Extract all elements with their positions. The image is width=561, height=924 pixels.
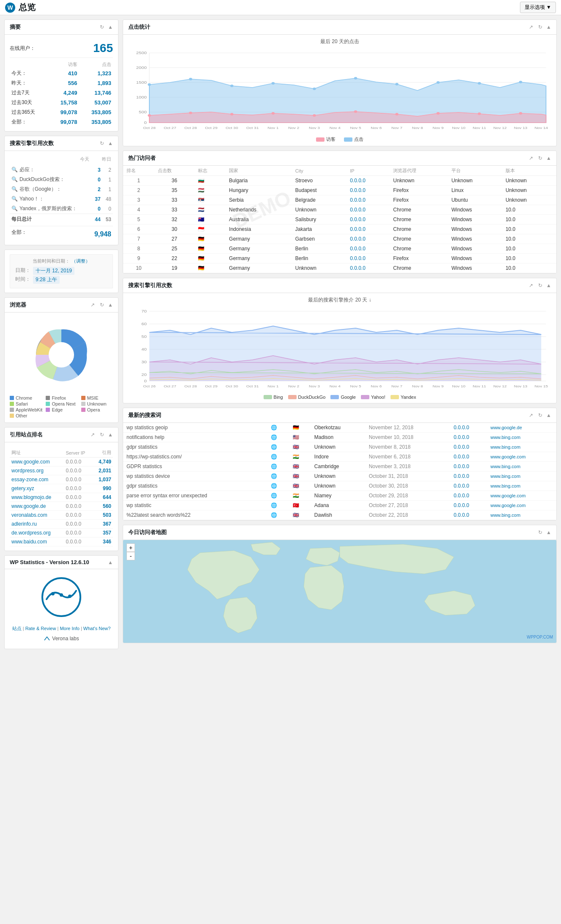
ref-url[interactable]: de.wordpress.org [10, 529, 64, 537]
ref-url[interactable]: adlerinfo.ru [10, 520, 64, 529]
visitor-country: Germany [226, 244, 292, 254]
svg-text:Nov 5: Nov 5 [350, 384, 361, 388]
se-yest-val: 48 [102, 194, 113, 204]
collapse-icon-ref[interactable]: ▲ [108, 432, 113, 438]
wp-stats-links: 站点 | Rate & Review | More Info | What's … [10, 625, 113, 632]
refresh-icon-se[interactable]: ↻ [99, 140, 105, 147]
wp-version-body: 站点 | Rate & Review | More Info | What's … [5, 569, 118, 649]
visitor-flag: 🇩🇪 [195, 263, 226, 273]
rate-link[interactable]: Rate & Review [25, 626, 56, 631]
summary-row: 过去30天 15,758 53,007 [10, 98, 113, 107]
collapse-icon-tv[interactable]: ▲ [546, 155, 551, 161]
ref-count: 1,037 [93, 475, 113, 484]
visitor-row: 7 27 🇩🇪 Germany Garbsen 0.0.0.0 Chrome W… [123, 234, 556, 244]
external-icon-clicks[interactable]: ↗ [528, 24, 534, 30]
se-line-chart: 70 60 50 40 30 20 0 [128, 307, 551, 392]
refresh-icon-ref[interactable]: ↻ [99, 431, 105, 438]
visitor-clicks: 27 [154, 234, 195, 244]
external-icon-se[interactable]: ↗ [528, 282, 534, 289]
external-icon-ls[interactable]: ↗ [528, 412, 534, 419]
refresh-icon-map[interactable]: ↻ [537, 529, 544, 536]
whats-new-link[interactable]: What's New? [83, 626, 110, 631]
visitor-row: 3 33 🇷🇸 Serbia Belgrade 0.0.0.0 Firefox … [123, 195, 556, 205]
ref-url[interactable]: getery.xyz [10, 484, 64, 493]
collapse-icon-map[interactable]: ▲ [546, 529, 551, 535]
se-yest-val: 1 [102, 184, 113, 194]
ref-url[interactable]: essay-zone.com [10, 475, 64, 484]
referrer-row: www.blogmojo.de 0.0.0.0 644 [10, 493, 113, 502]
refresh-icon-browser[interactable]: ↻ [99, 302, 105, 308]
collapse-icon-wp[interactable]: ▲ [108, 559, 113, 565]
browser-legend-color [81, 402, 85, 406]
visitor-platform: Linux [448, 186, 502, 195]
summary-row-label: 今天： [10, 69, 50, 78]
browser-legend-color [10, 402, 14, 406]
collapse-icon-clicks[interactable]: ▲ [546, 24, 551, 30]
ref-url[interactable]: www.google.de [10, 502, 64, 511]
se-engine-label: 🔍DuckDuckGo搜索： [10, 175, 91, 184]
search-site[interactable]: www.bing.com [487, 442, 556, 452]
collapse-icon-se-chart[interactable]: ▲ [546, 282, 551, 288]
search-site[interactable]: www.google.com [487, 452, 556, 462]
collapse-icon-se[interactable]: ▲ [108, 140, 113, 146]
zoom-in-button[interactable]: + [126, 543, 135, 552]
visitor-rank: 1 [123, 176, 154, 186]
ref-url[interactable]: www.google.com [10, 458, 64, 466]
display-options-button[interactable]: 显示选项 ▼ [520, 2, 556, 13]
visitor-rank: 7 [123, 234, 154, 244]
external-icon-browser[interactable]: ↗ [89, 302, 96, 308]
ref-url[interactable]: wordpress.org [10, 466, 64, 475]
svg-text:Nov 7: Nov 7 [391, 384, 402, 388]
ref-url[interactable]: veronalabs.com [10, 511, 64, 520]
se-legend-label: Bing [274, 395, 283, 400]
ref-ip: 0.0.0.0 [64, 475, 93, 484]
visitors-legend-color [316, 137, 324, 142]
search-ip: 0.0.0.0 [450, 462, 487, 472]
zoom-out-button[interactable]: - [126, 552, 135, 560]
search-site[interactable]: www.bing.com [487, 433, 556, 442]
search-row: notifications help 🌐 🇺🇸 Madison November… [123, 433, 556, 442]
search-site[interactable]: www.google.com [487, 501, 556, 510]
more-link[interactable]: More Info [60, 626, 79, 631]
visitor-row: 10 19 🇩🇪 Germany Unknown 0.0.0.0 Chrome … [123, 263, 556, 273]
search-date: October 30, 2018 [366, 481, 450, 491]
refresh-icon[interactable]: ↻ [99, 24, 105, 30]
col-flag: 标志 [195, 166, 226, 176]
settings-link[interactable]: 站点 [12, 626, 22, 631]
external-icon-tv[interactable]: ↗ [528, 155, 534, 162]
search-site[interactable]: www.bing.com [487, 481, 556, 491]
ref-url[interactable]: www.blogmojo.de [10, 493, 64, 502]
ref-url[interactable]: www.baidu.com [10, 537, 64, 546]
collapse-icon-browser[interactable]: ▲ [108, 302, 113, 308]
se-chart-legend: Bing DuckDuckGo Google Yahoo! Yandex [128, 395, 551, 400]
adjust-link[interactable]: （调整） [72, 258, 90, 263]
referrer-row: de.wordpress.org 0.0.0.0 357 [10, 529, 113, 537]
visitor-city: Stroevo [292, 176, 346, 186]
visitor-platform: Windows [448, 205, 502, 215]
svg-text:Nov 6: Nov 6 [371, 126, 382, 130]
search-site[interactable]: www.bing.com [487, 462, 556, 472]
search-site[interactable]: www.bing.com [487, 510, 556, 520]
search-site[interactable]: www.bing.com [487, 472, 556, 481]
search-ip: 0.0.0.0 [450, 472, 487, 481]
visitor-ip: 0.0.0.0 [346, 215, 390, 225]
refresh-icon-tv[interactable]: ↻ [537, 155, 544, 162]
se-yest-val: 2 [102, 165, 113, 175]
visitor-version: 10.0 [502, 215, 556, 225]
refresh-icon-se-chart[interactable]: ↻ [537, 282, 544, 289]
svg-text:Nov 1: Nov 1 [267, 126, 278, 130]
svg-text:20: 20 [141, 373, 147, 377]
visitor-browser: Firefox [390, 195, 448, 205]
collapse-icon-ls[interactable]: ▲ [546, 412, 551, 418]
external-icon-ref[interactable]: ↗ [89, 431, 96, 438]
svg-text:500: 500 [139, 110, 147, 114]
svg-point-29 [478, 82, 481, 85]
visitor-city: Budapest [292, 186, 346, 195]
visitors-legend-item: 访客 [316, 136, 336, 143]
search-site[interactable]: www.google.com [487, 491, 556, 501]
collapse-icon[interactable]: ▲ [108, 24, 113, 30]
refresh-icon-clicks[interactable]: ↻ [537, 24, 544, 30]
search-site[interactable]: www.google.de [487, 423, 556, 433]
refresh-icon-ls[interactable]: ↻ [537, 412, 544, 419]
clicks-actions: ↗ ↻ ▲ [528, 24, 551, 30]
